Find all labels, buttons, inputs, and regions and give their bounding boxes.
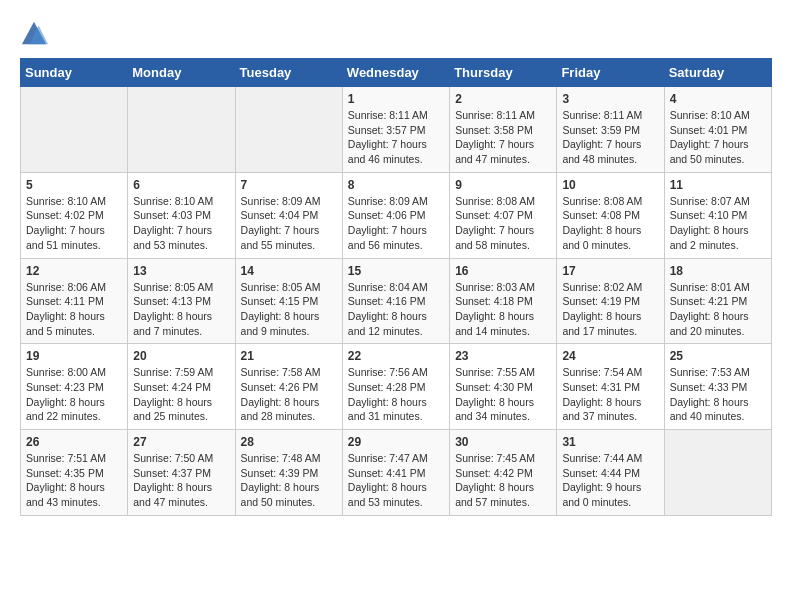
header-day-monday: Monday (128, 59, 235, 87)
day-number: 6 (133, 178, 229, 192)
calendar-cell: 23Sunrise: 7:55 AMSunset: 4:30 PMDayligh… (450, 344, 557, 430)
calendar-table: SundayMondayTuesdayWednesdayThursdayFrid… (20, 58, 772, 516)
day-number: 21 (241, 349, 337, 363)
calendar-cell: 21Sunrise: 7:58 AMSunset: 4:26 PMDayligh… (235, 344, 342, 430)
calendar-cell: 12Sunrise: 8:06 AMSunset: 4:11 PMDayligh… (21, 258, 128, 344)
calendar-cell: 20Sunrise: 7:59 AMSunset: 4:24 PMDayligh… (128, 344, 235, 430)
week-row-2: 5Sunrise: 8:10 AMSunset: 4:02 PMDaylight… (21, 172, 772, 258)
day-number: 17 (562, 264, 658, 278)
calendar-cell (21, 87, 128, 173)
calendar-cell: 16Sunrise: 8:03 AMSunset: 4:18 PMDayligh… (450, 258, 557, 344)
header-day-wednesday: Wednesday (342, 59, 449, 87)
cell-content: Sunrise: 7:56 AMSunset: 4:28 PMDaylight:… (348, 365, 444, 424)
cell-content: Sunrise: 7:59 AMSunset: 4:24 PMDaylight:… (133, 365, 229, 424)
day-number: 8 (348, 178, 444, 192)
day-number: 31 (562, 435, 658, 449)
cell-content: Sunrise: 7:48 AMSunset: 4:39 PMDaylight:… (241, 451, 337, 510)
cell-content: Sunrise: 8:01 AMSunset: 4:21 PMDaylight:… (670, 280, 766, 339)
cell-content: Sunrise: 7:47 AMSunset: 4:41 PMDaylight:… (348, 451, 444, 510)
day-number: 28 (241, 435, 337, 449)
cell-content: Sunrise: 8:09 AMSunset: 4:04 PMDaylight:… (241, 194, 337, 253)
calendar-cell: 13Sunrise: 8:05 AMSunset: 4:13 PMDayligh… (128, 258, 235, 344)
cell-content: Sunrise: 8:10 AMSunset: 4:01 PMDaylight:… (670, 108, 766, 167)
day-number: 12 (26, 264, 122, 278)
cell-content: Sunrise: 8:00 AMSunset: 4:23 PMDaylight:… (26, 365, 122, 424)
calendar-cell: 9Sunrise: 8:08 AMSunset: 4:07 PMDaylight… (450, 172, 557, 258)
page-header (20, 20, 772, 48)
week-row-5: 26Sunrise: 7:51 AMSunset: 4:35 PMDayligh… (21, 430, 772, 516)
day-number: 26 (26, 435, 122, 449)
header-day-sunday: Sunday (21, 59, 128, 87)
logo-icon (20, 20, 48, 48)
calendar-cell: 24Sunrise: 7:54 AMSunset: 4:31 PMDayligh… (557, 344, 664, 430)
calendar-cell: 17Sunrise: 8:02 AMSunset: 4:19 PMDayligh… (557, 258, 664, 344)
day-number: 16 (455, 264, 551, 278)
day-number: 3 (562, 92, 658, 106)
day-number: 15 (348, 264, 444, 278)
calendar-cell: 29Sunrise: 7:47 AMSunset: 4:41 PMDayligh… (342, 430, 449, 516)
header-row: SundayMondayTuesdayWednesdayThursdayFrid… (21, 59, 772, 87)
logo (20, 20, 52, 48)
day-number: 14 (241, 264, 337, 278)
calendar-cell: 1Sunrise: 8:11 AMSunset: 3:57 PMDaylight… (342, 87, 449, 173)
calendar-cell: 11Sunrise: 8:07 AMSunset: 4:10 PMDayligh… (664, 172, 771, 258)
day-number: 19 (26, 349, 122, 363)
day-number: 25 (670, 349, 766, 363)
day-number: 13 (133, 264, 229, 278)
cell-content: Sunrise: 8:07 AMSunset: 4:10 PMDaylight:… (670, 194, 766, 253)
day-number: 29 (348, 435, 444, 449)
calendar-cell: 6Sunrise: 8:10 AMSunset: 4:03 PMDaylight… (128, 172, 235, 258)
cell-content: Sunrise: 8:02 AMSunset: 4:19 PMDaylight:… (562, 280, 658, 339)
calendar-cell: 10Sunrise: 8:08 AMSunset: 4:08 PMDayligh… (557, 172, 664, 258)
calendar-cell: 18Sunrise: 8:01 AMSunset: 4:21 PMDayligh… (664, 258, 771, 344)
day-number: 11 (670, 178, 766, 192)
day-number: 27 (133, 435, 229, 449)
calendar-cell: 19Sunrise: 8:00 AMSunset: 4:23 PMDayligh… (21, 344, 128, 430)
day-number: 2 (455, 92, 551, 106)
day-number: 10 (562, 178, 658, 192)
cell-content: Sunrise: 7:53 AMSunset: 4:33 PMDaylight:… (670, 365, 766, 424)
calendar-cell: 22Sunrise: 7:56 AMSunset: 4:28 PMDayligh… (342, 344, 449, 430)
day-number: 30 (455, 435, 551, 449)
cell-content: Sunrise: 8:08 AMSunset: 4:07 PMDaylight:… (455, 194, 551, 253)
day-number: 20 (133, 349, 229, 363)
cell-content: Sunrise: 8:06 AMSunset: 4:11 PMDaylight:… (26, 280, 122, 339)
day-number: 7 (241, 178, 337, 192)
cell-content: Sunrise: 8:05 AMSunset: 4:15 PMDaylight:… (241, 280, 337, 339)
week-row-4: 19Sunrise: 8:00 AMSunset: 4:23 PMDayligh… (21, 344, 772, 430)
cell-content: Sunrise: 7:44 AMSunset: 4:44 PMDaylight:… (562, 451, 658, 510)
header-day-thursday: Thursday (450, 59, 557, 87)
cell-content: Sunrise: 8:09 AMSunset: 4:06 PMDaylight:… (348, 194, 444, 253)
calendar-cell (664, 430, 771, 516)
cell-content: Sunrise: 8:04 AMSunset: 4:16 PMDaylight:… (348, 280, 444, 339)
calendar-cell: 31Sunrise: 7:44 AMSunset: 4:44 PMDayligh… (557, 430, 664, 516)
cell-content: Sunrise: 7:55 AMSunset: 4:30 PMDaylight:… (455, 365, 551, 424)
calendar-cell: 25Sunrise: 7:53 AMSunset: 4:33 PMDayligh… (664, 344, 771, 430)
week-row-3: 12Sunrise: 8:06 AMSunset: 4:11 PMDayligh… (21, 258, 772, 344)
cell-content: Sunrise: 7:50 AMSunset: 4:37 PMDaylight:… (133, 451, 229, 510)
calendar-cell: 15Sunrise: 8:04 AMSunset: 4:16 PMDayligh… (342, 258, 449, 344)
calendar-cell (235, 87, 342, 173)
day-number: 1 (348, 92, 444, 106)
week-row-1: 1Sunrise: 8:11 AMSunset: 3:57 PMDaylight… (21, 87, 772, 173)
day-number: 18 (670, 264, 766, 278)
calendar-cell: 28Sunrise: 7:48 AMSunset: 4:39 PMDayligh… (235, 430, 342, 516)
header-day-saturday: Saturday (664, 59, 771, 87)
cell-content: Sunrise: 7:45 AMSunset: 4:42 PMDaylight:… (455, 451, 551, 510)
calendar-cell: 8Sunrise: 8:09 AMSunset: 4:06 PMDaylight… (342, 172, 449, 258)
day-number: 9 (455, 178, 551, 192)
day-number: 23 (455, 349, 551, 363)
calendar-cell (128, 87, 235, 173)
cell-content: Sunrise: 8:11 AMSunset: 3:58 PMDaylight:… (455, 108, 551, 167)
cell-content: Sunrise: 8:11 AMSunset: 3:57 PMDaylight:… (348, 108, 444, 167)
header-day-friday: Friday (557, 59, 664, 87)
cell-content: Sunrise: 7:51 AMSunset: 4:35 PMDaylight:… (26, 451, 122, 510)
cell-content: Sunrise: 8:03 AMSunset: 4:18 PMDaylight:… (455, 280, 551, 339)
cell-content: Sunrise: 8:10 AMSunset: 4:02 PMDaylight:… (26, 194, 122, 253)
cell-content: Sunrise: 8:08 AMSunset: 4:08 PMDaylight:… (562, 194, 658, 253)
cell-content: Sunrise: 8:11 AMSunset: 3:59 PMDaylight:… (562, 108, 658, 167)
calendar-cell: 26Sunrise: 7:51 AMSunset: 4:35 PMDayligh… (21, 430, 128, 516)
cell-content: Sunrise: 8:10 AMSunset: 4:03 PMDaylight:… (133, 194, 229, 253)
calendar-cell: 4Sunrise: 8:10 AMSunset: 4:01 PMDaylight… (664, 87, 771, 173)
calendar-cell: 27Sunrise: 7:50 AMSunset: 4:37 PMDayligh… (128, 430, 235, 516)
